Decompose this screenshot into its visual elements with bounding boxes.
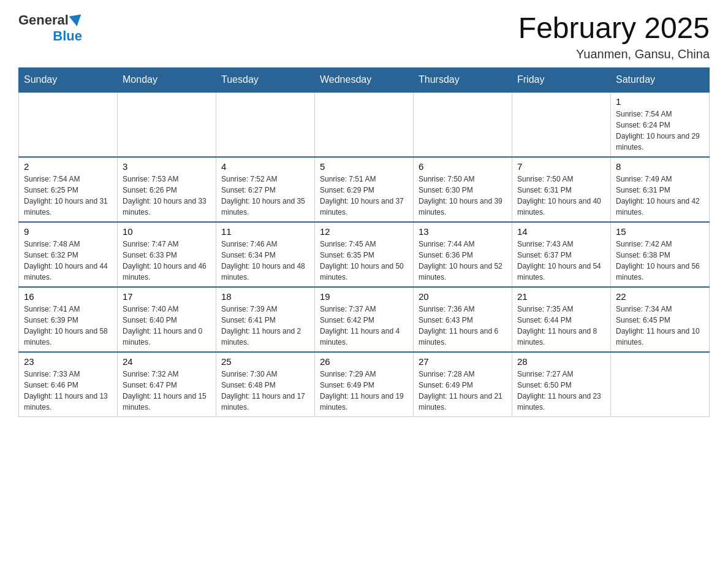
day-header-saturday: Saturday [611,67,710,92]
header: General Blue February 2025 Yuanmen, Gans… [18,12,710,61]
day-info: Sunrise: 7:36 AM Sunset: 6:43 PM Dayligh… [419,304,507,348]
calendar-cell: 27Sunrise: 7:28 AM Sunset: 6:49 PM Dayli… [414,352,512,417]
day-number: 22 [616,291,704,302]
calendar-cell: 25Sunrise: 7:30 AM Sunset: 6:48 PM Dayli… [216,352,315,417]
day-number: 4 [221,161,309,172]
day-number: 28 [517,356,605,367]
day-info: Sunrise: 7:27 AM Sunset: 6:50 PM Dayligh… [517,369,605,413]
logo-blue-text: Blue [53,28,82,44]
days-header-row: SundayMondayTuesdayWednesdayThursdayFrid… [19,67,710,92]
calendar-cell: 7Sunrise: 7:50 AM Sunset: 6:31 PM Daylig… [512,157,611,222]
day-header-monday: Monday [118,67,216,92]
week-row-4: 16Sunrise: 7:41 AM Sunset: 6:39 PM Dayli… [19,287,710,352]
week-row-5: 23Sunrise: 7:33 AM Sunset: 6:46 PM Dayli… [19,352,710,417]
calendar-cell [19,92,118,157]
calendar-cell: 10Sunrise: 7:47 AM Sunset: 6:33 PM Dayli… [118,222,216,287]
day-number: 23 [24,356,112,367]
calendar-cell [512,92,611,157]
day-info: Sunrise: 7:40 AM Sunset: 6:40 PM Dayligh… [123,304,211,348]
calendar-cell: 2Sunrise: 7:54 AM Sunset: 6:25 PM Daylig… [19,157,118,222]
day-number: 3 [123,161,211,172]
day-header-wednesday: Wednesday [315,67,414,92]
day-number: 16 [24,291,112,302]
day-number: 13 [419,226,507,237]
day-header-sunday: Sunday [19,67,118,92]
calendar-cell: 3Sunrise: 7:53 AM Sunset: 6:26 PM Daylig… [118,157,216,222]
calendar-cell: 21Sunrise: 7:35 AM Sunset: 6:44 PM Dayli… [512,287,611,352]
day-info: Sunrise: 7:51 AM Sunset: 6:29 PM Dayligh… [320,174,408,218]
day-number: 27 [419,356,507,367]
logo-triangle-icon [69,14,83,27]
day-info: Sunrise: 7:34 AM Sunset: 6:45 PM Dayligh… [616,304,704,348]
day-number: 14 [517,226,605,237]
day-info: Sunrise: 7:47 AM Sunset: 6:33 PM Dayligh… [123,239,211,283]
day-number: 7 [517,161,605,172]
calendar-cell: 17Sunrise: 7:40 AM Sunset: 6:40 PM Dayli… [118,287,216,352]
calendar-cell: 16Sunrise: 7:41 AM Sunset: 6:39 PM Dayli… [19,287,118,352]
day-header-thursday: Thursday [414,67,512,92]
calendar-cell: 28Sunrise: 7:27 AM Sunset: 6:50 PM Dayli… [512,352,611,417]
calendar-cell: 5Sunrise: 7:51 AM Sunset: 6:29 PM Daylig… [315,157,414,222]
day-header-tuesday: Tuesday [216,67,315,92]
day-header-friday: Friday [512,67,611,92]
day-info: Sunrise: 7:49 AM Sunset: 6:31 PM Dayligh… [616,174,704,218]
calendar-subtitle: Yuanmen, Gansu, China [518,47,710,61]
day-info: Sunrise: 7:41 AM Sunset: 6:39 PM Dayligh… [24,304,112,348]
calendar-title: February 2025 [518,12,710,45]
logo: General Blue [18,12,82,44]
calendar-cell: 13Sunrise: 7:44 AM Sunset: 6:36 PM Dayli… [414,222,512,287]
calendar-cell: 9Sunrise: 7:48 AM Sunset: 6:32 PM Daylig… [19,222,118,287]
calendar-cell: 8Sunrise: 7:49 AM Sunset: 6:31 PM Daylig… [611,157,710,222]
day-info: Sunrise: 7:39 AM Sunset: 6:41 PM Dayligh… [221,304,309,348]
calendar-cell [216,92,315,157]
day-info: Sunrise: 7:28 AM Sunset: 6:49 PM Dayligh… [419,369,507,413]
calendar-cell: 14Sunrise: 7:43 AM Sunset: 6:37 PM Dayli… [512,222,611,287]
calendar-cell: 12Sunrise: 7:45 AM Sunset: 6:35 PM Dayli… [315,222,414,287]
logo-general-text: General [18,12,69,28]
day-number: 26 [320,356,408,367]
week-row-1: 1Sunrise: 7:54 AM Sunset: 6:24 PM Daylig… [19,92,710,157]
day-info: Sunrise: 7:42 AM Sunset: 6:38 PM Dayligh… [616,239,704,283]
day-number: 20 [419,291,507,302]
day-info: Sunrise: 7:54 AM Sunset: 6:25 PM Dayligh… [24,174,112,218]
day-number: 19 [320,291,408,302]
calendar-cell: 1Sunrise: 7:54 AM Sunset: 6:24 PM Daylig… [611,92,710,157]
calendar-table: SundayMondayTuesdayWednesdayThursdayFrid… [18,67,710,417]
day-info: Sunrise: 7:29 AM Sunset: 6:49 PM Dayligh… [320,369,408,413]
day-info: Sunrise: 7:33 AM Sunset: 6:46 PM Dayligh… [24,369,112,413]
calendar-cell: 22Sunrise: 7:34 AM Sunset: 6:45 PM Dayli… [611,287,710,352]
day-number: 5 [320,161,408,172]
calendar-cell [315,92,414,157]
calendar-cell: 24Sunrise: 7:32 AM Sunset: 6:47 PM Dayli… [118,352,216,417]
day-number: 17 [123,291,211,302]
day-info: Sunrise: 7:35 AM Sunset: 6:44 PM Dayligh… [517,304,605,348]
week-row-2: 2Sunrise: 7:54 AM Sunset: 6:25 PM Daylig… [19,157,710,222]
calendar-cell: 11Sunrise: 7:46 AM Sunset: 6:34 PM Dayli… [216,222,315,287]
day-number: 15 [616,226,704,237]
calendar-cell: 15Sunrise: 7:42 AM Sunset: 6:38 PM Dayli… [611,222,710,287]
day-info: Sunrise: 7:45 AM Sunset: 6:35 PM Dayligh… [320,239,408,283]
day-info: Sunrise: 7:32 AM Sunset: 6:47 PM Dayligh… [123,369,211,413]
day-number: 21 [517,291,605,302]
calendar-cell: 18Sunrise: 7:39 AM Sunset: 6:41 PM Dayli… [216,287,315,352]
day-info: Sunrise: 7:44 AM Sunset: 6:36 PM Dayligh… [419,239,507,283]
day-number: 2 [24,161,112,172]
day-info: Sunrise: 7:52 AM Sunset: 6:27 PM Dayligh… [221,174,309,218]
week-row-3: 9Sunrise: 7:48 AM Sunset: 6:32 PM Daylig… [19,222,710,287]
calendar-cell: 4Sunrise: 7:52 AM Sunset: 6:27 PM Daylig… [216,157,315,222]
calendar-cell: 20Sunrise: 7:36 AM Sunset: 6:43 PM Dayli… [414,287,512,352]
day-number: 1 [616,96,704,107]
day-number: 6 [419,161,507,172]
day-number: 8 [616,161,704,172]
day-info: Sunrise: 7:43 AM Sunset: 6:37 PM Dayligh… [517,239,605,283]
calendar-cell [611,352,710,417]
day-info: Sunrise: 7:50 AM Sunset: 6:31 PM Dayligh… [517,174,605,218]
title-area: February 2025 Yuanmen, Gansu, China [518,12,710,61]
day-number: 11 [221,226,309,237]
calendar-cell [414,92,512,157]
calendar-cell: 19Sunrise: 7:37 AM Sunset: 6:42 PM Dayli… [315,287,414,352]
day-info: Sunrise: 7:50 AM Sunset: 6:30 PM Dayligh… [419,174,507,218]
day-info: Sunrise: 7:53 AM Sunset: 6:26 PM Dayligh… [123,174,211,218]
day-number: 12 [320,226,408,237]
day-info: Sunrise: 7:54 AM Sunset: 6:24 PM Dayligh… [616,109,704,153]
